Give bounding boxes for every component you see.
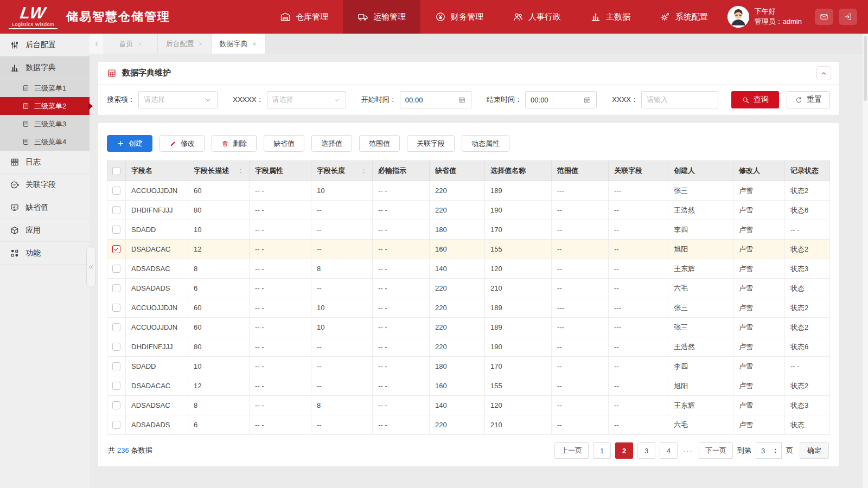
table-cell: --: [552, 337, 609, 357]
sidebar-subitem[interactable]: 三级菜单1: [0, 79, 90, 97]
row-checkbox[interactable]: [112, 304, 120, 312]
tab-item[interactable]: 首页: [104, 34, 158, 54]
table-cell: --: [552, 396, 609, 415]
row-checkbox[interactable]: [112, 362, 120, 370]
filter-select[interactable]: 请选择: [138, 91, 218, 108]
top-nav-item[interactable]: 主数据: [576, 0, 645, 34]
sidebar-subitem-label: 三级菜单3: [34, 119, 66, 129]
avatar[interactable]: [727, 6, 749, 28]
tab-close-icon[interactable]: [252, 41, 257, 47]
table-cell: ---: [609, 181, 668, 201]
sidebar-item[interactable]: 数据字典: [0, 56, 90, 79]
row-checkbox[interactable]: [112, 421, 120, 429]
goto-page-input[interactable]: 3: [756, 442, 782, 459]
sort-icon[interactable]: [361, 168, 367, 175]
sidebar-item[interactable]: 日志: [0, 151, 90, 174]
goto-confirm-button[interactable]: 确定: [800, 442, 829, 459]
table-cell: 10: [188, 220, 250, 240]
tab-item[interactable]: 后台配置: [158, 34, 212, 54]
top-nav-item[interactable]: 财务管理: [420, 0, 498, 34]
row-checkbox[interactable]: [112, 401, 120, 409]
logout-button[interactable]: [839, 9, 857, 25]
page-button-2[interactable]: 2: [615, 442, 633, 459]
toolbar-button-plain[interactable]: 缺省值: [264, 135, 304, 152]
table-cell: 王东辉: [668, 396, 733, 415]
row-select-cell: [107, 279, 126, 298]
plus-icon: [117, 139, 125, 147]
tab-close-icon[interactable]: [137, 41, 143, 47]
column-header-content: 选择值名称: [490, 166, 546, 176]
sidebar-subitem[interactable]: 三级菜单3: [0, 115, 90, 133]
panel-collapse-button[interactable]: [816, 66, 831, 80]
table-row: ADSADSAC8-- -8-- -140120----王东辉卢雪状态3: [107, 259, 830, 279]
sidebar-collapse-handle[interactable]: [86, 246, 95, 287]
top-nav-item-label: 系统配置: [675, 12, 708, 22]
tab-close-icon[interactable]: [198, 41, 203, 47]
tab-scroll-left-button[interactable]: [90, 34, 104, 54]
row-checkbox[interactable]: [112, 265, 120, 273]
table-cell: 卢雪: [733, 318, 785, 337]
row-checkbox[interactable]: [112, 382, 120, 390]
time-input[interactable]: 00:00: [525, 91, 597, 108]
scrollbar[interactable]: [863, 34, 868, 488]
top-nav-item[interactable]: 仓库管理: [265, 0, 343, 34]
toolbar-button-plain[interactable]: 动态属性: [462, 135, 509, 152]
toolbar-button-plus[interactable]: 创建: [107, 135, 152, 152]
table-cell: ---: [552, 181, 609, 201]
toolbar-button-plain[interactable]: 选择值: [311, 135, 352, 152]
row-checkbox[interactable]: [112, 245, 120, 253]
top-nav-item[interactable]: 系统配置: [645, 0, 723, 34]
sidebar-item[interactable]: 缺省值: [0, 196, 90, 219]
toolbar-button-plain[interactable]: 关联字段: [407, 135, 455, 152]
mail-button[interactable]: [815, 9, 833, 25]
table-toolbar: 创建修改删除缺省值选择值范围值关联字段动态属性: [107, 135, 830, 152]
goto-page-value: 3: [761, 447, 765, 455]
filter-select[interactable]: 请选择: [267, 91, 346, 108]
table-cell: --: [609, 220, 668, 240]
sidebar-subitem[interactable]: 三级菜单2: [0, 97, 90, 115]
tab-label: 数据字典: [220, 39, 248, 49]
row-checkbox[interactable]: [112, 284, 120, 292]
page-button-4[interactable]: 4: [660, 442, 678, 459]
time-input[interactable]: 00:00: [400, 91, 471, 108]
sort-icon[interactable]: [238, 168, 244, 175]
user-greeting: 下午好: [755, 7, 802, 17]
reset-button[interactable]: 重置: [787, 91, 830, 108]
sidebar-item[interactable]: 功能: [0, 242, 90, 265]
sidebar-item[interactable]: 应用: [0, 219, 90, 242]
toolbar-button-pencil[interactable]: 修改: [159, 135, 205, 152]
tab-active[interactable]: 数据字典: [212, 34, 265, 54]
column-header-label: 字段长描述: [194, 166, 229, 176]
column-header-label: 缺省值: [435, 166, 456, 176]
page-button-1[interactable]: 1: [593, 442, 611, 459]
table-cell: 189: [485, 181, 552, 201]
table-cell: 210: [485, 279, 552, 298]
row-checkbox[interactable]: [112, 343, 120, 351]
table-cell: 6: [188, 279, 250, 298]
toolbar-button-trash[interactable]: 删除: [212, 135, 257, 152]
row-checkbox[interactable]: [112, 187, 120, 195]
row-checkbox[interactable]: [112, 206, 120, 214]
table-cell: 卢雪: [733, 279, 785, 298]
top-nav-item-label: 人事行政: [528, 12, 561, 22]
sidebar-subitem[interactable]: 三级菜单4: [0, 133, 90, 151]
table-cell: ADSADSAC: [126, 396, 188, 415]
toolbar-button-plain[interactable]: 范围值: [359, 135, 400, 152]
column-header: 记录状态: [785, 161, 830, 181]
top-nav-item[interactable]: 人事行政: [498, 0, 576, 34]
sidebar-item[interactable]: 后台配置: [0, 34, 90, 56]
query-button[interactable]: 查询: [731, 91, 779, 108]
prev-page-button[interactable]: 上一页: [554, 442, 589, 459]
next-page-button[interactable]: 下一页: [699, 442, 733, 459]
sidebar-item[interactable]: 关联字段: [0, 174, 90, 196]
scrollbar-thumb[interactable]: [864, 36, 867, 101]
table-cell: --: [552, 376, 609, 396]
text-input[interactable]: 请输入: [641, 91, 718, 108]
page-button-3[interactable]: 3: [637, 442, 655, 459]
row-checkbox[interactable]: [112, 226, 120, 234]
doc-icon: [22, 138, 30, 146]
table-cell: 60: [188, 318, 250, 337]
select-all-checkbox[interactable]: [112, 167, 120, 175]
top-nav-item[interactable]: 运输管理: [343, 0, 420, 34]
row-checkbox[interactable]: [112, 323, 120, 331]
